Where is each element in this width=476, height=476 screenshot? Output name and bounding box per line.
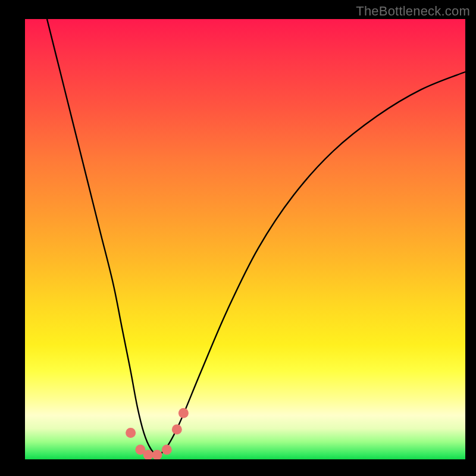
marker-dot xyxy=(152,450,162,459)
marker-dot xyxy=(126,428,136,438)
marker-dot xyxy=(172,424,182,434)
chart-svg xyxy=(25,19,465,459)
watermark-text: TheBottleneck.com xyxy=(356,4,470,19)
marker-dot xyxy=(178,408,189,418)
chart-plot-area xyxy=(25,19,465,459)
bottleneck-curve xyxy=(47,19,465,454)
marker-dot xyxy=(162,444,172,455)
chart-frame: TheBottleneck.com xyxy=(0,0,476,476)
curve-markers xyxy=(126,408,189,459)
